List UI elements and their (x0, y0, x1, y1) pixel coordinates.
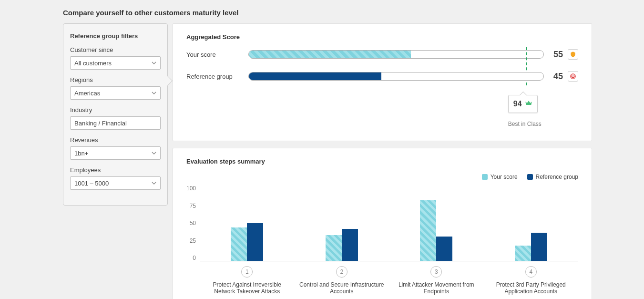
chart-category: 2Control and Secure Infrastructure Accou… (295, 266, 389, 295)
evaluation-summary-card: Evaluation steps summary Your score Refe… (173, 148, 592, 299)
bar-reference-group (531, 233, 547, 261)
reference-group-value: 45 (549, 72, 563, 82)
legend-your-score: Your score (482, 174, 518, 180)
filter-value: 1001 – 5000 (74, 180, 109, 187)
reference-group-label: Reference group (186, 73, 244, 80)
filter-label-regions: Regions (70, 76, 161, 83)
legend-swatch-ref (527, 174, 533, 180)
bar-your-score (420, 200, 436, 261)
target-icon (568, 71, 578, 82)
legend-swatch-your (482, 174, 488, 180)
sidebar-title: Reference group filters (70, 32, 161, 40)
filter-value: 1bn+ (74, 150, 88, 157)
chart-category: 4Protect 3rd Party Privileged Applicatio… (484, 266, 579, 295)
category-label: Protect 3rd Party Privileged Application… (484, 281, 579, 295)
filter-select-revenues[interactable]: 1bn+ (70, 146, 161, 160)
legend-label: Reference group (536, 174, 578, 180)
category-label: Limit Attacker Movement from Endpoints (389, 281, 484, 295)
y-tick: 50 (190, 220, 196, 227)
category-number: 4 (525, 266, 537, 278)
bar-reference-group (342, 229, 358, 261)
filter-label-employees: Employees (70, 166, 161, 174)
y-tick: 75 (190, 203, 196, 209)
bar-your-score (326, 235, 342, 261)
filter-sidebar: Reference group filters Customer since A… (63, 23, 168, 206)
chevron-down-icon (152, 181, 156, 186)
y-tick: 0 (193, 255, 196, 261)
chart-column (295, 185, 389, 261)
category-number: 3 (430, 266, 442, 278)
svg-point-2 (572, 76, 573, 77)
evaluation-chart: 1007550250 (186, 185, 578, 261)
best-in-class-badge: 94 (508, 95, 538, 113)
filter-label-customer-since: Customer since (70, 46, 161, 53)
bar-your-score (231, 227, 247, 261)
filter-value: Banking / Financial (74, 120, 127, 127)
bar-reference-group (436, 237, 452, 261)
filter-select-customer-since[interactable]: All customers (70, 56, 161, 70)
category-label: Protect Against Irreversible Network Tak… (200, 281, 295, 295)
filter-label-industry: Industry (70, 106, 161, 113)
category-number: 2 (336, 266, 348, 278)
chevron-down-icon (152, 91, 156, 95)
category-number: 1 (241, 266, 253, 278)
chart-category: 1Protect Against Irreversible Network Ta… (200, 266, 295, 295)
evaluation-summary-title: Evaluation steps summary (186, 158, 578, 165)
filter-select-regions[interactable]: Americas (70, 86, 161, 100)
chart-category: 3Limit Attacker Movement from Endpoints (389, 266, 484, 295)
legend-reference-group: Reference group (527, 174, 578, 180)
filter-value: All customers (74, 60, 112, 67)
chart-column (200, 185, 295, 261)
filter-select-employees[interactable]: 1001 – 5000 (70, 176, 161, 190)
page-title: Compare yourself to other customers matu… (10, 0, 634, 23)
filter-select-industry[interactable]: Banking / Financial (70, 116, 161, 130)
crown-icon (525, 99, 532, 109)
bar-reference-group (247, 223, 263, 261)
chevron-down-icon (152, 61, 156, 65)
y-tick: 25 (190, 237, 196, 244)
bar-your-score (515, 246, 531, 261)
best-in-class-value: 94 (513, 100, 522, 108)
aggregated-score-title: Aggregated Score (186, 33, 578, 41)
y-tick: 100 (186, 185, 196, 192)
aggregated-score-card: Aggregated Score Your score 55 Reference… (173, 23, 592, 141)
chart-column (484, 185, 579, 261)
filter-label-revenues: Revenues (70, 136, 161, 144)
your-score-label: Your score (186, 51, 244, 58)
shield-icon (568, 49, 578, 60)
category-label: Control and Secure Infrastructure Accoun… (295, 281, 389, 295)
your-score-value: 55 (549, 50, 563, 60)
chevron-down-icon (152, 151, 156, 155)
best-in-class-label: Best in Class (508, 121, 542, 127)
chart-y-axis: 1007550250 (186, 185, 200, 261)
legend-label: Your score (491, 174, 518, 180)
filter-value: Americas (74, 90, 100, 97)
chart-column (389, 185, 484, 261)
